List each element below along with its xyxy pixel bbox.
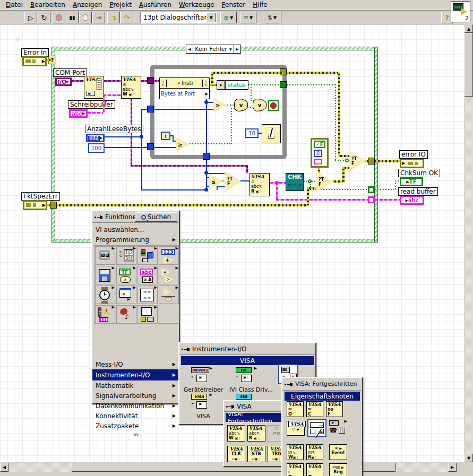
palette-ivi-class-driver[interactable]: IVI ⌁ ▣⋮ ▶ (236, 367, 257, 385)
palette-visa-read[interactable]: VISAabc↖R ▣⋮ (247, 425, 265, 442)
boolean-wire[interactable] (335, 84, 336, 161)
palette-item-datenkommunikation[interactable]: Datenkommunikation▶ (92, 401, 179, 411)
case-dropdown-icon[interactable]: ▼ (229, 47, 232, 51)
palette-item-signalverarbeitung[interactable]: Signalverarbeitung▶ (92, 391, 179, 401)
palette-visa-close[interactable]: VISA✉C (306, 401, 323, 417)
palette-visa-open[interactable]: VISA✉O (287, 401, 304, 417)
palette-visa-events[interactable]: ▣⋮ ▶ ☎ (329, 420, 347, 436)
read-buffer-indicator[interactable]: ▶abc (400, 196, 424, 205)
string-wire[interactable] (276, 182, 278, 200)
string-wire[interactable] (103, 94, 105, 114)
numeric-wire[interactable] (240, 180, 250, 181)
pushpin-icon[interactable] (285, 382, 293, 387)
case-structure-border-right[interactable] (374, 47, 378, 243)
vi-icon[interactable]: 2 (451, 1, 470, 22)
distribute-objects-button[interactable]: ≡▼ (240, 12, 256, 23)
palette-visa-unlock[interactable]: VISA ▯ (306, 463, 323, 476)
run-continuous-button[interactable]: ↻ (38, 12, 50, 23)
palette-file-io[interactable]: ▶ (95, 266, 115, 284)
palette-visa-find-resource[interactable]: VISAooF (326, 401, 343, 417)
boolean-wire[interactable] (190, 143, 232, 144)
scroll-down-button[interactable]: ▼ (465, 454, 473, 462)
scroll-right-button[interactable]: ▶ (448, 463, 457, 472)
visa-read-node[interactable]: VISA ⊙ abc↖ R ▣⋮ (250, 173, 270, 196)
error-in-label[interactable]: Error In (21, 48, 49, 57)
palette-boolean[interactable]: ▶TF∧ (116, 266, 136, 284)
fktspezerr-terminal[interactable]: ▶ (23, 200, 47, 210)
visa-wire[interactable] (72, 80, 84, 82)
error-in-terminal[interactable]: ▶ (22, 56, 47, 66)
palette-instrumenten-header[interactable]: Instrumenten-I/O (179, 343, 315, 355)
palette-visa-lock[interactable]: VISA ▯ (287, 463, 304, 476)
palette-dialog-ui[interactable]: ▶!▣➤ (116, 285, 136, 304)
chksum-ok-indicator[interactable]: ▶TF (400, 177, 423, 186)
palette-comparison[interactable]: ▶=> (159, 266, 179, 284)
palette-item-mess-io[interactable]: Mess-I/O▶ (92, 359, 179, 369)
palette-funktionen-header[interactable]: Funktionen Suchen (92, 211, 179, 223)
search-button[interactable]: Suchen (135, 212, 177, 222)
highlight-execution-button[interactable] (79, 12, 92, 23)
error-wire[interactable] (287, 72, 339, 74)
case-selector-label[interactable]: ◀ Kein Fehler▼ ▶ (186, 45, 241, 54)
error-wire[interactable] (342, 167, 349, 169)
select-node-count[interactable]: ?TF (225, 171, 242, 192)
palette-waveform[interactable]: ▶≈≈≈≈ (137, 285, 158, 304)
menu-hilfe[interactable]: Hilfe (249, 1, 271, 9)
com-port-label[interactable]: COM-Port (53, 68, 87, 77)
palette-visa-wait-on-event[interactable]: VISA⊙ ▶ (287, 421, 305, 436)
numeric-wire[interactable] (141, 109, 142, 190)
anzahllesebytes-label[interactable]: AnzahlLeseBytes (85, 125, 143, 133)
numeric-wire[interactable] (141, 189, 207, 191)
step-into-button[interactable]: ↴ (107, 12, 120, 23)
menu-werkzeuge[interactable]: Werkzeuge (175, 1, 218, 9)
tunnel-numeric[interactable] (147, 106, 154, 112)
numeric-wire[interactable] (206, 186, 210, 187)
boolean-wire[interactable] (375, 189, 396, 190)
palette-visa-event-subpalette[interactable]: ∗ ▶Event (329, 444, 347, 460)
numeric-wire[interactable] (105, 136, 142, 137)
error-constant-code[interactable]: 0 (314, 150, 322, 157)
palette-visa-write-attr[interactable]: VISA▤↘W▣⋮ (287, 444, 304, 460)
palette-report-generation[interactable]: ▶—————— (137, 305, 158, 324)
palette-timing[interactable]: ▶ (95, 285, 115, 304)
font-selector[interactable]: 13pt Dialogschriftart ▼ (140, 12, 217, 23)
wait-ms-node[interactable] (262, 124, 281, 143)
case-next-arrow-icon[interactable]: ▶ (234, 45, 240, 53)
palette-string[interactable]: ▶abca A (137, 266, 158, 284)
string-wire[interactable] (103, 94, 121, 96)
palette-geraetetreiber[interactable]: DRIVERS ⌁ ▣⋮ ▶ (191, 367, 212, 385)
scroll-left-button[interactable]: ◀ (0, 463, 8, 472)
palette-item-zusatzpakete[interactable]: Zusatzpakete▶ (92, 421, 179, 431)
wait-constant-10[interactable]: 10 (245, 128, 259, 138)
unbundle-status-element[interactable]: status (225, 80, 248, 90)
menu-datei[interactable]: Datei (2, 1, 27, 9)
palette-visa-read-stb[interactable]: VISASTB⇔▣⋮ (247, 446, 265, 462)
palette-item-konnektivitaet[interactable]: Konnektivität▶ (92, 411, 179, 421)
error-wire[interactable] (211, 72, 283, 74)
run-button[interactable]: ▷ (24, 12, 37, 23)
boolean-wire[interactable] (395, 180, 396, 189)
or-node-2[interactable]: v (253, 99, 266, 111)
palette-array[interactable]: ▶RG1234 (116, 246, 136, 265)
error-io-indicator[interactable]: ▶ (400, 159, 424, 168)
tunnel-visa[interactable] (147, 77, 154, 84)
palette-graphics-sound[interactable]: ▶♪ (116, 305, 136, 324)
menu-ausfuehren[interactable]: Ausführen (135, 1, 175, 9)
error-constant-source[interactable] (314, 159, 322, 165)
error-constant-status[interactable]: ✓F (314, 141, 325, 148)
error-wire[interactable] (307, 187, 309, 205)
palette-item-mathematik[interactable]: Mathematik▶ (92, 380, 179, 391)
retain-wire-values-button[interactable]: ⇥ (92, 12, 105, 23)
palette-synchronization[interactable]: ▶! (95, 305, 115, 324)
boolean-wire[interactable] (287, 84, 336, 85)
numeric-wire[interactable] (206, 173, 225, 174)
string-wire[interactable] (276, 199, 369, 201)
numeric-constant-100[interactable]: 100 (88, 143, 105, 153)
palette-visa-register-access[interactable]: ⇄▥ ▶Reg (329, 463, 347, 476)
error-wire[interactable] (338, 155, 349, 157)
error-cluster-constant[interactable]: ✓F 0 (311, 138, 329, 168)
visa-configure-serial-port-node[interactable]: VISA ▣⋮ (84, 76, 104, 99)
boolean-wire[interactable] (395, 180, 400, 181)
numeric-wire[interactable] (217, 186, 225, 187)
string-wire[interactable] (88, 112, 104, 114)
